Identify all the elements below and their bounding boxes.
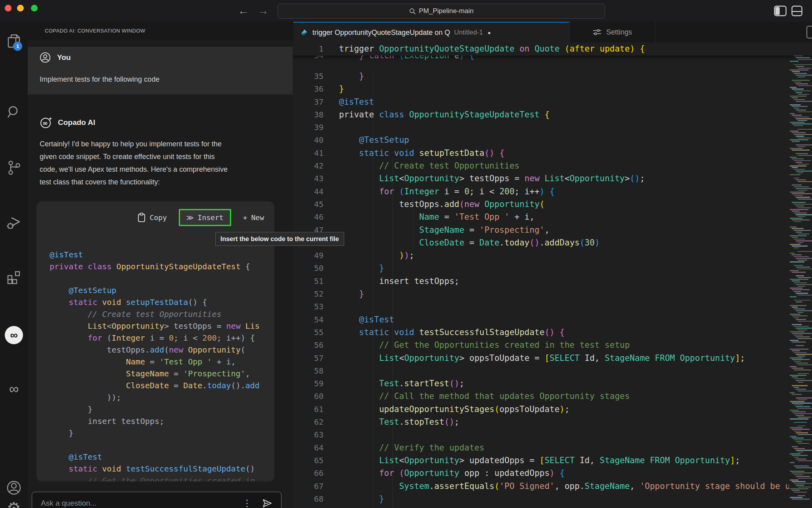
line-number: 39 [293, 121, 324, 134]
code-line: 61 updateOpportunityStages(oppsToUpdate)… [293, 403, 789, 416]
code-line: 42 // Create test Opportunities​ [293, 159, 789, 172]
copado-ai-avatar-icon: ∞ [40, 116, 52, 129]
editor-code-lines: 34 } catch (Exception e) {​35 }​36}​37@i… [293, 56, 789, 508]
panel-code-line: @isTest​ [50, 451, 259, 463]
code-line: 63​ [293, 428, 789, 441]
code-line: 44 for (Integer i = 0; i < 200; i++) {​ [293, 185, 789, 198]
copado-devops-icon[interactable]: ∞ [0, 377, 28, 401]
panel-code-line: static void testSuccessfulStageUpdate() … [50, 463, 259, 475]
toggle-panel-icon[interactable] [791, 6, 802, 16]
maximize-window-button[interactable] [31, 5, 38, 12]
line-number: 46 [293, 211, 324, 223]
panel-code-line: Name = 'Test Opp ' + i,​ [50, 356, 259, 368]
copado-ai-icon[interactable]: ∞ [0, 323, 28, 347]
close-window-button[interactable] [5, 5, 11, 12]
code-line: 54 @isTest​ [293, 313, 789, 326]
code-line: 62 Test.stopTest();​ [293, 416, 789, 428]
panel-code-line: static void setupTestData() {​ [50, 296, 259, 308]
line-number: 67 [293, 480, 324, 493]
minimize-window-button[interactable] [17, 5, 24, 12]
code-line: 35 }​ [293, 70, 789, 82]
line-number: 41 [293, 147, 324, 159]
assistant-label: Copado AI [58, 118, 95, 127]
line-number: 63 [293, 428, 324, 441]
panel-code-line: List<Opportunity> testOpps = new List<Op… [50, 320, 259, 332]
run-debug-icon[interactable] [0, 211, 28, 234]
code-line: 58​ [293, 364, 789, 377]
code-line: 68 }​ [293, 493, 789, 505]
forward-arrow-icon[interactable]: → [258, 4, 268, 18]
command-center-search[interactable]: PM_Pipeline-main [278, 4, 605, 19]
clipboard-icon [138, 213, 146, 222]
line-number: 58 [293, 364, 324, 377]
panel-code-line: }​ [50, 427, 259, 439]
source-control-icon[interactable] [0, 156, 28, 180]
code-line: 50 }​ [293, 262, 789, 274]
line-number: 36 [293, 82, 324, 95]
send-icon[interactable] [262, 498, 272, 508]
ask-question-input[interactable]: Ask a question... ⋮ [32, 492, 282, 508]
line-number: 64 [293, 441, 324, 454]
editor-actions-icon[interactable] [806, 26, 812, 38]
insert-chevrons-icon: ≫ [186, 213, 194, 222]
code-line: 47 StageName = 'Prospecting',​ [293, 224, 789, 236]
search-title: PM_Pipeline-main [419, 7, 474, 15]
editor-tab-bar: trigger OpportunityQuoteStageUpdate on Q… [293, 22, 812, 42]
line-number: 68 [293, 493, 324, 505]
code-line: 41 static void setupTestData() {​ [293, 147, 789, 159]
panel-code-line: insert testOpps;​ [50, 415, 259, 427]
line-number: 34 [293, 56, 324, 62]
toggle-sidebar-icon[interactable] [774, 6, 787, 16]
code-line: 43 List<Opportunity> testOpps = new List… [293, 172, 789, 185]
line-number: 37 [293, 96, 324, 108]
input-placeholder: Ask a question... [41, 499, 242, 508]
line-number: 40 [293, 134, 324, 146]
line-number: 57 [293, 352, 324, 364]
panel-code-line: @isTest​ [50, 249, 259, 261]
search-sidebar-icon[interactable] [0, 100, 28, 124]
explorer-icon[interactable]: 1 [0, 30, 28, 54]
line-number: 38 [293, 108, 324, 121]
insert-button[interactable]: ≫ Insert [186, 213, 224, 222]
more-options-icon[interactable]: ⋮ [242, 498, 252, 508]
minimap[interactable] [789, 43, 812, 508]
line-number: 44 [293, 185, 324, 198]
tab-settings[interactable]: Settings [569, 22, 655, 42]
sticky-scroll-line[interactable]: 1trigger OpportunityQuoteStageUpdate on … [293, 42, 812, 56]
panel-code-line: ​ [50, 272, 259, 284]
code-line: 46 Name = 'Test Opp ' + i,​ [293, 211, 789, 223]
apex-file-icon [300, 28, 308, 37]
line-number: 35 [293, 70, 324, 82]
code-card-actions: Copy ≫ Insert + New [50, 208, 274, 227]
activity-bar: 1 [0, 22, 28, 508]
code-line: 48 CloseDate = Date.today().addDays(30)​ [293, 236, 789, 249]
code-line: 51 insert testOpps;​ [293, 275, 789, 288]
line-number: 69 [293, 505, 324, 508]
copado-conversation-panel: COPADO AI: CONVERSATION WINDOW You Imple… [28, 22, 293, 508]
line-number: 62 [293, 416, 324, 428]
panel-title: COPADO AI: CONVERSATION WINDOW [28, 22, 293, 40]
code-line: 69 }​ [293, 505, 789, 508]
code-line: 34 } catch (Exception e) {​ [293, 56, 789, 70]
tab-apex-trigger[interactable]: trigger OpportunityQuoteStageUpdate on Q… [293, 22, 569, 42]
line-number: 45 [293, 198, 324, 211]
settings-sliders-icon [593, 28, 601, 36]
panel-code-line: ));​ [50, 391, 259, 403]
assistant-message: Certainly! I'd be happy to help you impl… [40, 138, 262, 188]
extensions-icon[interactable] [0, 266, 28, 289]
new-file-button[interactable]: + New [243, 213, 264, 222]
line-number: 65 [293, 454, 324, 467]
code-line: 57 List<Opportunity> oppsToUpdate = [SEL… [293, 352, 789, 364]
code-editor[interactable]: 1trigger OpportunityQuoteStageUpdate on … [293, 42, 812, 508]
line-number: 59 [293, 377, 324, 390]
settings-gear-icon[interactable]: ⚙ [0, 496, 28, 508]
code-line: 66 for (Opportunity opp : updatedOpps) {… [293, 467, 789, 479]
code-line: 52 }​ [293, 288, 789, 300]
user-message: Implement tests for the following code [40, 75, 159, 84]
code-line: 64 // Verify the updates​ [293, 441, 789, 454]
user-label: You [57, 53, 71, 62]
copy-button[interactable]: Copy [138, 213, 167, 222]
back-arrow-icon[interactable]: ← [238, 4, 249, 18]
code-line: 55 static void testSuccessfulStageUpdate… [293, 326, 789, 339]
line-number: 60 [293, 390, 324, 403]
